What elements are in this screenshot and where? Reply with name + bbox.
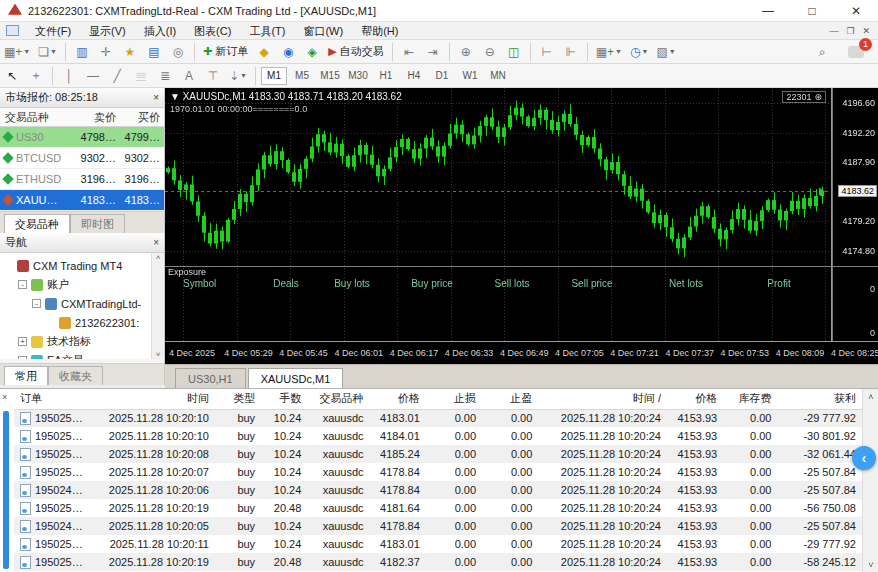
navigator-tab-常用[interactable]: 常用	[4, 366, 48, 385]
orders-col-0[interactable]: 订单	[14, 389, 86, 409]
order-row[interactable]: 195025…2025.11.28 10:20:07buy10.24xauusd…	[14, 463, 862, 481]
new-order-button[interactable]: ✚新订单	[200, 42, 251, 62]
orders-col-9[interactable]: 价格	[667, 389, 723, 409]
navigator-tab-收藏夹[interactable]: 收藏夹	[48, 366, 103, 385]
terminal-toggle-button[interactable]: ▤	[143, 42, 165, 62]
text-label-button[interactable]: ⊤	[202, 66, 224, 86]
close-button[interactable]: ✕	[834, 0, 878, 21]
auto-scroll-button[interactable]: ⇥	[422, 42, 444, 62]
metaeditor-icon[interactable]: ◆	[253, 42, 275, 62]
timeframe-m1[interactable]: M1	[261, 67, 287, 85]
menu-item-3[interactable]: 图表(C)	[185, 22, 240, 40]
indicators-button[interactable]: ▦+▼	[593, 42, 625, 62]
timeframe-m30[interactable]: M30	[345, 67, 371, 85]
vertical-line-button[interactable]: │	[58, 66, 80, 86]
chart-shift-button[interactable]: ⇤	[398, 42, 420, 62]
strategy-tester-button[interactable]: ◎	[167, 42, 189, 62]
menu-item-6[interactable]: 帮助(H)	[352, 22, 407, 40]
tree-expander-icon[interactable]: -	[32, 299, 41, 308]
terminal-scrollbar[interactable]: ˄ ˅	[862, 389, 878, 572]
chart-window[interactable]: ▼ XAUUSDc,M1 4183.30 4183.71 4183.20 418…	[165, 88, 878, 388]
price-axis[interactable]: 4196.604192.204187.904179.204174.804183.…	[832, 88, 878, 341]
orders-col-8[interactable]: 时间 /	[538, 389, 667, 409]
scroll-up-icon[interactable]: ˄	[156, 253, 161, 262]
market-watch-row[interactable]: XAUU…4183…4183…	[0, 190, 164, 211]
order-row[interactable]: 195025…2025.11.28 10:20:19buy20.48xauusd…	[14, 553, 862, 571]
orders-col-1[interactable]: 时间	[86, 389, 215, 409]
orders-col-10[interactable]: 库存费	[723, 389, 777, 409]
scroll-up-icon[interactable]: ˄	[863, 392, 878, 402]
autotrading-button[interactable]: ▶自动交易	[325, 42, 386, 62]
channel-button[interactable]: ≣	[154, 66, 176, 86]
orders-col-6[interactable]: 止损	[426, 389, 482, 409]
orders-col-2[interactable]: 类型	[215, 389, 261, 409]
zoom-in-button[interactable]: ⊕	[455, 42, 477, 62]
tree-expander-icon[interactable]: -	[18, 356, 27, 359]
orders-col-5[interactable]: 价格	[370, 389, 426, 409]
search-icon[interactable]: ⌕	[811, 42, 833, 62]
chart-tab-XAUUSDcM1[interactable]: XAUUSDc,M1	[248, 368, 344, 388]
market-watch-tab-即时图[interactable]: 即时图	[70, 214, 125, 233]
order-row[interactable]: 195025…2025.11.28 10:20:08buy10.24xauusd…	[14, 445, 862, 463]
notifications-icon[interactable]: 1	[845, 42, 867, 62]
community-icon[interactable]: ◉	[277, 42, 299, 62]
trendline-button[interactable]: ╱	[106, 66, 128, 86]
tree-item[interactable]: CXM Trading MT4	[4, 256, 164, 275]
candlestick-button[interactable]: ⊩	[560, 42, 582, 62]
market-watch-row[interactable]: ETHUSD3196…3196…	[0, 169, 164, 190]
timeframe-h1[interactable]: H1	[373, 67, 399, 85]
order-row[interactable]: 195024…2025.11.28 10:20:06buy10.24xauusd…	[14, 481, 862, 499]
bar-chart-button[interactable]: ⊢	[536, 42, 558, 62]
tile-windows-button[interactable]: ◫	[503, 42, 525, 62]
menu-item-5[interactable]: 窗口(W)	[294, 22, 352, 40]
order-row[interactable]: 195025…2025.11.28 10:20:10buy10.24xauusd…	[14, 427, 862, 445]
tree-item[interactable]: +技术指标	[4, 332, 164, 351]
tree-expander-icon[interactable]: -	[18, 280, 27, 289]
market-watch-tab-交易品种[interactable]: 交易品种	[4, 214, 70, 233]
tree-expander-icon[interactable]: +	[18, 337, 27, 346]
data-window-button[interactable]: ✛	[95, 42, 117, 62]
order-row[interactable]: 195025…2025.11.28 10:20:19buy20.48xauusd…	[14, 499, 862, 517]
mdi-minimize-icon[interactable]: —	[829, 26, 838, 36]
timeframe-w1[interactable]: W1	[457, 67, 483, 85]
new-chart-button[interactable]: ▦+▼	[1, 42, 33, 62]
timeframe-d1[interactable]: D1	[429, 67, 455, 85]
navigator-toggle-button[interactable]: ★	[119, 42, 141, 62]
market-watch-toggle-button[interactable]: ▥	[71, 42, 93, 62]
orders-col-3[interactable]: 手数	[261, 389, 307, 409]
floating-collapse-button[interactable]: ‹	[852, 446, 876, 470]
mdi-close-icon[interactable]: ✕	[862, 26, 870, 36]
order-row[interactable]: 195025…2025.11.28 10:20:10buy10.24xauusd…	[14, 409, 862, 427]
timeframe-h4[interactable]: H4	[401, 67, 427, 85]
timeframe-mn[interactable]: MN	[485, 67, 511, 85]
fibonacci-button[interactable]: 𝄙	[130, 66, 152, 86]
terminal-close-icon[interactable]: ×	[2, 392, 7, 402]
tree-item[interactable]: -CXMTradingLtd-	[4, 294, 164, 313]
orders-col-11[interactable]: 获利	[777, 389, 862, 409]
market-watch-row[interactable]: BTCUSD9302…9302…	[0, 148, 164, 169]
cursor-tool-button[interactable]: ↖	[1, 66, 23, 86]
chart-doc-icon[interactable]	[6, 25, 19, 36]
maximize-button[interactable]: □	[790, 0, 834, 21]
timeframe-m15[interactable]: M15	[317, 67, 343, 85]
mdi-restore-icon[interactable]: ❐	[846, 26, 854, 36]
order-row[interactable]: 195024…2025.11.28 10:20:05buy10.24xauusd…	[14, 517, 862, 535]
periods-button[interactable]: ◷▼	[627, 42, 651, 62]
orders-col-4[interactable]: 交易品种	[307, 389, 369, 409]
orders-col-7[interactable]: 止盈	[482, 389, 538, 409]
minimize-button[interactable]: —	[746, 0, 790, 21]
menu-item-2[interactable]: 插入(I)	[135, 22, 185, 40]
scroll-down-icon[interactable]: ˅	[156, 350, 161, 359]
navigator-scrollbar[interactable]: ˄ ˅	[151, 253, 164, 359]
menu-item-1[interactable]: 显示(V)	[80, 22, 135, 40]
market-watch-close-icon[interactable]: ×	[153, 92, 159, 103]
market-watch-row[interactable]: US304798…4799…	[0, 127, 164, 148]
zoom-out-button[interactable]: ⊖	[479, 42, 501, 62]
arrows-tool-button[interactable]: ⇣▼	[226, 66, 250, 86]
signals-icon[interactable]: ◈	[301, 42, 323, 62]
menu-item-4[interactable]: 工具(T)	[240, 22, 294, 40]
crosshair-tool-button[interactable]: ＋	[25, 66, 47, 86]
menu-item-0[interactable]: 文件(F)	[26, 22, 80, 40]
scroll-down-icon[interactable]: ˅	[863, 560, 878, 570]
timeframe-m5[interactable]: M5	[289, 67, 315, 85]
